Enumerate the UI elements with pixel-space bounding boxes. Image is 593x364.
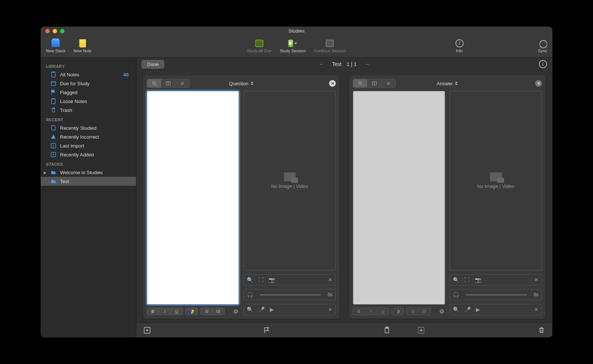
label: All Notes: [60, 72, 79, 77]
disclosure-triangle[interactable]: ▶: [44, 171, 47, 175]
media-placeholder-icon: [490, 172, 502, 181]
image-fullscreen-button[interactable]: ⛶: [464, 277, 470, 283]
format-settings-button[interactable]: ⚙: [438, 308, 445, 315]
audio-progress[interactable]: [260, 294, 321, 295]
next-note-button[interactable]: →: [362, 61, 372, 67]
add-to-stack-button[interactable]: [417, 326, 425, 334]
sync-icon: [539, 39, 547, 47]
ordered-list-button[interactable]: [407, 308, 418, 315]
side-stepper[interactable]: [455, 82, 458, 85]
delete-note-button[interactable]: [537, 326, 546, 334]
answer-text-editor[interactable]: [353, 91, 445, 305]
study-all-due-button[interactable]: Study All Due: [247, 39, 272, 53]
italic-button[interactable]: I: [365, 308, 377, 315]
image-remove-button[interactable]: ✕: [534, 277, 539, 283]
clear-question-button[interactable]: ✕: [329, 80, 336, 87]
zoom-window[interactable]: [60, 29, 64, 33]
color-button[interactable]: [186, 308, 198, 315]
audio-play-button[interactable]: ▶: [270, 307, 274, 312]
sync-label: Sync: [538, 49, 547, 53]
answer-audio-controls: 🔍 🎤 ▶ ✕: [450, 304, 542, 315]
view-mode-preview[interactable]: [353, 79, 367, 87]
image-camera-button[interactable]: 📷: [475, 277, 481, 283]
question-media-well[interactable]: No Image | Video: [244, 91, 336, 271]
bullet-list-button[interactable]: [212, 308, 224, 315]
section-header-library: LIBRARY: [41, 61, 136, 70]
sidebar: LIBRARY All Notes 46 Due for Study Flagg…: [41, 57, 136, 337]
image-fullscreen-button[interactable]: ⛶: [258, 277, 264, 283]
svg-rect-2: [51, 82, 56, 86]
image-search-button[interactable]: 🔍: [453, 277, 459, 283]
sidebar-item-trash[interactable]: Trash: [41, 106, 136, 115]
format-settings-button[interactable]: ⚙: [232, 308, 239, 315]
card-icon: [50, 125, 56, 131]
svg-rect-5: [52, 98, 54, 99]
done-button[interactable]: Done: [142, 60, 164, 69]
audio-play-button[interactable]: ▶: [476, 307, 480, 312]
study-session-button[interactable]: Study Session: [280, 39, 306, 53]
edit-bar: Done ← Test 1 | 1 → i: [136, 57, 552, 71]
audio-search-button[interactable]: 🔍: [453, 307, 459, 312]
clear-answer-button[interactable]: ✕: [535, 80, 542, 87]
underline-button[interactable]: U: [377, 308, 389, 315]
audio-search-button[interactable]: 🔍: [247, 307, 253, 312]
question-text-editor[interactable]: [147, 91, 239, 305]
sidebar-item-flagged[interactable]: Flagged: [41, 88, 136, 97]
list-icon: [180, 81, 185, 86]
trash-icon: [538, 327, 545, 334]
close-window[interactable]: [45, 29, 50, 33]
audio-progress[interactable]: [466, 294, 527, 295]
side-stepper[interactable]: [251, 82, 254, 85]
question-title: Question: [229, 81, 248, 86]
colorwheel-icon: [395, 309, 400, 314]
note-info-button[interactable]: i: [539, 60, 547, 68]
main-area: Done ← Test 1 | 1 → i: [136, 57, 552, 337]
color-button[interactable]: [392, 308, 404, 315]
clipboard-button[interactable]: [383, 326, 391, 334]
answer-media-well[interactable]: No Image | Video: [450, 91, 542, 271]
image-search-button[interactable]: 🔍: [247, 277, 253, 283]
new-note-button[interactable]: New Note: [74, 39, 92, 53]
sidebar-item-welcome[interactable]: ▶ Welcome to Studies: [41, 168, 136, 177]
sidebar-item-last-import[interactable]: Last Import: [41, 141, 136, 150]
audio-record-button[interactable]: 🎤: [258, 307, 265, 312]
nav-title: Test: [332, 61, 342, 67]
sync-button[interactable]: Sync: [538, 39, 547, 53]
new-stack-button[interactable]: New Stack: [46, 39, 66, 53]
sidebar-item-recently-studied[interactable]: Recently Studied: [41, 123, 136, 132]
svg-line-26: [361, 84, 362, 86]
sidebar-item-due[interactable]: Due for Study: [41, 79, 136, 88]
view-mode-list[interactable]: [175, 79, 189, 87]
image-camera-button[interactable]: 📷: [269, 277, 275, 283]
audio-record-button[interactable]: 🎤: [464, 307, 471, 312]
view-mode-list[interactable]: [381, 79, 395, 87]
continue-session-button[interactable]: Continue Session: [314, 39, 346, 53]
sidebar-item-loose[interactable]: Loose Notes: [41, 97, 136, 106]
bold-button[interactable]: B: [147, 308, 159, 315]
layout-icon: [372, 81, 377, 86]
prev-note-button[interactable]: ←: [317, 61, 327, 67]
minimize-window[interactable]: [53, 29, 57, 33]
chevron-down-icon[interactable]: [294, 43, 297, 44]
info-button[interactable]: i Info: [455, 39, 464, 53]
view-mode-preview[interactable]: [147, 79, 161, 87]
sidebar-item-recently-incorrect[interactable]: Recently Incorrect: [41, 132, 136, 141]
trash-icon: [50, 107, 56, 113]
ordered-list-button[interactable]: [201, 308, 212, 315]
italic-button[interactable]: I: [159, 308, 171, 315]
answer-image-toolbar: 🔍 ⛶ 📷 ✕: [450, 274, 542, 285]
audio-remove-button[interactable]: ✕: [534, 307, 539, 312]
image-remove-button[interactable]: ✕: [328, 277, 332, 283]
view-mode-split[interactable]: [367, 79, 381, 87]
sidebar-item-recently-added[interactable]: Recently Added: [41, 150, 136, 159]
add-note-button[interactable]: [143, 326, 151, 334]
window-title: Studies: [288, 28, 304, 34]
sidebar-item-all-notes[interactable]: All Notes 46: [41, 70, 136, 79]
audio-remove-button[interactable]: ✕: [328, 307, 332, 312]
view-mode-split[interactable]: [161, 79, 175, 87]
underline-button[interactable]: U: [171, 308, 183, 315]
bullet-list-button[interactable]: [418, 308, 430, 315]
sidebar-item-test[interactable]: Test: [41, 177, 136, 186]
flag-note-button[interactable]: [262, 326, 271, 334]
bold-button[interactable]: B: [353, 308, 365, 315]
